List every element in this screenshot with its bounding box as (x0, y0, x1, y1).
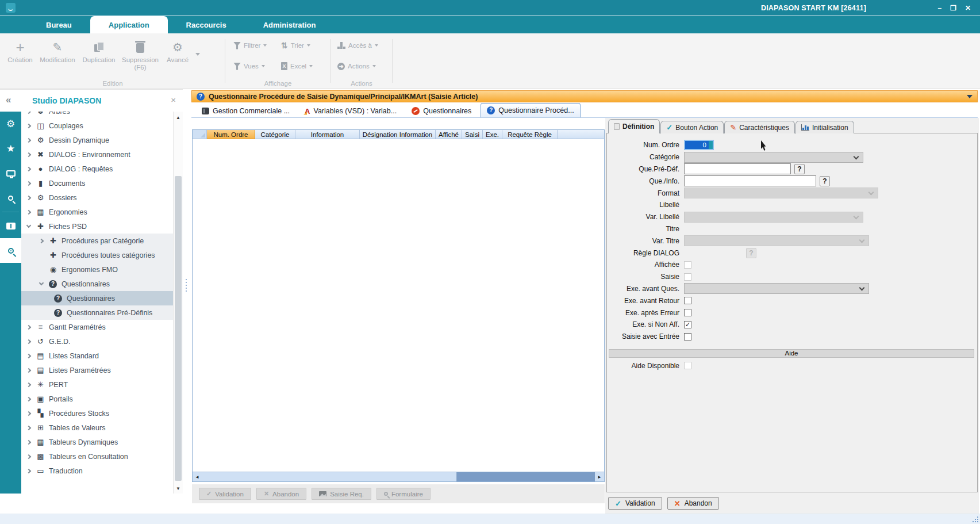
doc-tab-variables-vsd[interactable]: A Variables (VSD) : Variab... (299, 105, 402, 117)
tree-item-ergonomies[interactable]: ▦Ergonomies (21, 205, 173, 219)
chevron-right-icon[interactable] (26, 152, 31, 156)
chevron-right-icon[interactable] (26, 112, 31, 114)
tree-item-dossiers[interactable]: ⚙Dossiers (21, 190, 173, 205)
tab-caracteristiques[interactable]: ✎ Caractéristiques (724, 121, 795, 133)
vues-button[interactable]: Vues (233, 60, 265, 72)
tree-item-procedures-par-categorie[interactable]: ✚Procédures par Catégorie (21, 234, 173, 248)
tree-item-arbres[interactable]: ♣Arbres (21, 112, 173, 118)
minimize-button[interactable]: – (937, 4, 941, 12)
scroll-down-icon[interactable]: ▼ (174, 486, 183, 491)
chevron-right-icon[interactable] (26, 368, 31, 372)
column-header-num-ordre[interactable]: Num. Ordre (207, 130, 255, 139)
tree-item-ged[interactable]: ↺G.E.D. (21, 334, 173, 349)
tree-item-listes-standard[interactable]: ▤Listes Standard (21, 349, 173, 363)
panel-validation-button[interactable]: ✓ Validation (608, 497, 662, 510)
tab-initialisation[interactable]: Initialisation (795, 121, 854, 133)
column-header-designation-information[interactable]: Désignation Information (360, 130, 436, 139)
chevron-right-icon[interactable] (26, 209, 31, 214)
chevron-right-icon[interactable] (39, 238, 44, 243)
tree-scrollbar-thumb[interactable] (175, 176, 182, 481)
chevron-right-icon[interactable] (26, 382, 31, 387)
grid-abandon-button[interactable]: ✕ Abandon (256, 488, 306, 500)
panel-splitter[interactable] (183, 89, 190, 514)
grid-hscrollbar-thumb[interactable] (202, 472, 457, 481)
tree-scrollbar[interactable]: ▲ ▼ (173, 112, 183, 494)
chevron-right-icon[interactable] (26, 411, 31, 415)
exe-si-non-aff-checkbox[interactable]: ✓ (684, 321, 691, 328)
tree-item-traduction[interactable]: ▭Traduction (21, 464, 173, 478)
creation-button[interactable]: + Création (3, 38, 37, 71)
tree-item-ergonomies-fmo[interactable]: ◉Ergonomies FMO (21, 262, 173, 277)
grid-horizontal-scrollbar[interactable]: ◄ ► (193, 472, 604, 481)
suppression-button[interactable]: Suppression (F6) (120, 38, 161, 71)
column-header-categorie[interactable]: Catégorie (255, 130, 295, 139)
chevron-right-icon[interactable] (26, 396, 31, 401)
ribbon-tab-application[interactable]: Application (90, 16, 168, 33)
tree-item-couplages[interactable]: ◫Couplages (21, 118, 173, 133)
panel-abandon-button[interactable]: ✕ Abandon (667, 497, 719, 510)
chevron-right-icon[interactable] (26, 454, 31, 458)
tree-item-questionnaires-selected[interactable]: ?Questionnaires (21, 291, 173, 305)
chevron-down-icon[interactable] (26, 223, 31, 228)
rail-favorites-star-icon[interactable]: ★ (0, 136, 21, 161)
excel-button[interactable]: X Excel (281, 60, 313, 72)
sidebar-close-icon[interactable]: × (171, 95, 176, 105)
tree-item-dessin-dynamique[interactable]: ⚙Dessin Dynamique (21, 133, 173, 147)
rail-columns-icon[interactable] (0, 213, 21, 238)
categorie-select[interactable] (684, 152, 863, 163)
duplication-button[interactable]: Duplication (78, 38, 120, 71)
acces-a-button[interactable]: Accès à (337, 39, 378, 52)
doc-tab-gestion-commerciale[interactable]: Gestion Commerciale ... (196, 105, 295, 117)
chevron-right-icon[interactable] (26, 195, 31, 200)
rail-explorer-search-icon[interactable] (0, 238, 21, 263)
avance-dropdown-caret-icon[interactable] (195, 53, 200, 56)
tree-item-tableurs-en-consultation[interactable]: ▩Tableurs en Consultation (21, 449, 173, 464)
column-header-exe[interactable]: Exe. (483, 130, 502, 139)
rail-monitor-icon[interactable] (0, 161, 21, 186)
chevron-right-icon[interactable] (26, 181, 31, 185)
tree-item-tableurs-dynamiques[interactable]: ▦Tableurs Dynamiques (21, 435, 173, 449)
document-menu-caret-icon[interactable] (967, 95, 973, 98)
trier-button[interactable]: ⇅ Trier (281, 39, 310, 52)
que-pre-def-input[interactable] (684, 163, 791, 174)
tree-item-portails[interactable]: ▣Portails (21, 392, 173, 406)
tree-item-dialog-environnement[interactable]: ✖DIALOG : Environnement (21, 147, 173, 162)
tree-item-documents[interactable]: ▮Documents (21, 176, 173, 190)
tree-item-procedures-toutes-categories[interactable]: ✚Procédures toutes catégories (21, 248, 173, 262)
modification-button[interactable]: ✎ Modification (37, 38, 78, 71)
scroll-up-icon[interactable]: ▲ (174, 115, 183, 120)
chevron-right-icon[interactable] (26, 353, 31, 358)
rail-search-icon[interactable] (0, 186, 21, 211)
chevron-right-icon[interactable] (26, 425, 31, 430)
num-ordre-field[interactable]: 0 (684, 140, 714, 150)
actions-button[interactable]: ➜ Actions (337, 60, 376, 72)
tree-item-listes-parametrees[interactable]: ▤Listes Paramétrées (21, 363, 173, 377)
chevron-right-icon[interactable] (26, 439, 31, 444)
filtrer-button[interactable]: Filtrer (233, 39, 267, 52)
column-header-affiche[interactable]: Affiché (436, 130, 462, 139)
chevron-right-icon[interactable] (26, 468, 31, 473)
ribbon-tab-administration[interactable]: Administration (245, 16, 335, 33)
que-pre-def-help-button[interactable]: ? (794, 164, 805, 174)
column-header-information[interactable]: Information (295, 130, 360, 139)
column-header-requete-regle[interactable]: Requête Règle (502, 130, 558, 139)
resize-grip-icon[interactable] (973, 517, 978, 522)
saisie-req-button[interactable]: Saisie Req. (312, 488, 371, 500)
tree-item-gantt-parametres[interactable]: ≡Gantt Paramétrés (21, 320, 173, 334)
tree-item-questionnaires-parent[interactable]: ?Questionnaires (21, 277, 173, 291)
chevron-right-icon[interactable] (26, 339, 31, 343)
grid-validation-button[interactable]: ✓ Validation (199, 488, 251, 500)
ribbon-tab-raccourcis[interactable]: Raccourcis (168, 16, 245, 33)
tab-definition[interactable]: Définition (608, 119, 660, 133)
scroll-right-icon[interactable]: ► (595, 472, 604, 481)
chevron-right-icon[interactable] (26, 324, 31, 329)
tree-item-tables-de-valeurs[interactable]: ⊞Tables de Valeurs (21, 420, 173, 435)
tree-item-pert[interactable]: ✳PERT (21, 377, 173, 392)
chevron-down-icon[interactable] (39, 281, 44, 285)
ribbon-tab-bureau[interactable]: Bureau (28, 16, 90, 33)
que-info-help-button[interactable]: ? (820, 176, 830, 186)
exe-avant-retour-checkbox[interactable] (684, 297, 691, 304)
tab-bouton-action[interactable]: ✓ Bouton Action (660, 121, 724, 133)
doc-tab-questionnaires[interactable]: Questionnaires (406, 105, 477, 117)
close-button[interactable]: ✕ (965, 4, 971, 12)
